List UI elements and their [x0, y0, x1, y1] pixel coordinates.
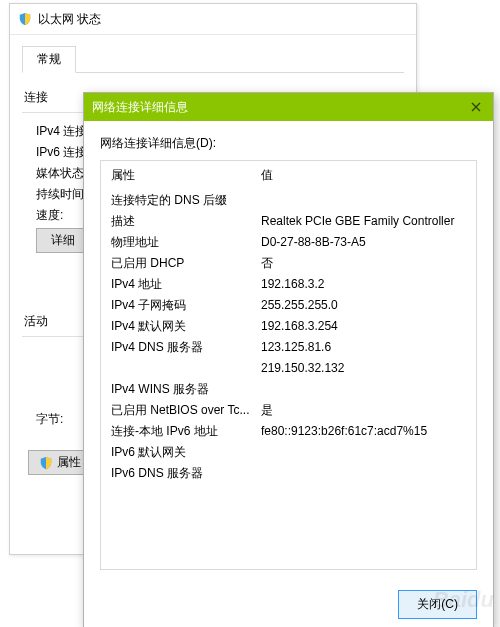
details-prompt: 网络连接详细信息(D): — [100, 135, 477, 152]
detail-row[interactable]: 描述Realtek PCIe GBE Family Controller — [111, 211, 466, 232]
details-button[interactable]: 详细 — [36, 228, 90, 253]
detail-row[interactable]: 已启用 DHCP否 — [111, 253, 466, 274]
details-rows: 连接特定的 DNS 后缀描述Realtek PCIe GBE Family Co… — [101, 188, 476, 494]
network-details-window: 网络连接详细信息 网络连接详细信息(D): 属性 值 连接特定的 DNS 后缀描… — [83, 92, 494, 627]
detail-attr: 已启用 NetBIOS over Tc... — [111, 400, 261, 421]
detail-value — [261, 442, 466, 463]
detail-row[interactable]: IPv4 DNS 服务器123.125.81.6 — [111, 337, 466, 358]
header-attribute[interactable]: 属性 — [111, 167, 261, 184]
detail-attr: 连接-本地 IPv6 地址 — [111, 421, 261, 442]
properties-button-label: 属性 — [57, 454, 81, 471]
detail-attr: 描述 — [111, 211, 261, 232]
detail-row[interactable]: IPv6 默认网关 — [111, 442, 466, 463]
detail-value: 255.255.255.0 — [261, 295, 466, 316]
detail-value: 否 — [261, 253, 466, 274]
details-header: 属性 值 — [101, 161, 476, 188]
detail-attr — [111, 358, 261, 379]
detail-value: fe80::9123:b26f:61c7:acd7%15 — [261, 421, 466, 442]
detail-attr: IPv4 WINS 服务器 — [111, 379, 261, 400]
detail-attr: IPv4 子网掩码 — [111, 295, 261, 316]
ethernet-status-title: 以太网 状态 — [38, 11, 101, 28]
detail-value: 123.125.81.6 — [261, 337, 466, 358]
detail-value — [261, 463, 466, 484]
tab-general[interactable]: 常规 — [22, 46, 76, 73]
detail-row[interactable]: IPv4 WINS 服务器 — [111, 379, 466, 400]
detail-value — [261, 379, 466, 400]
detail-row[interactable]: 219.150.32.132 — [111, 358, 466, 379]
detail-attr: IPv6 DNS 服务器 — [111, 463, 261, 484]
detail-value: 192.168.3.254 — [261, 316, 466, 337]
detail-row[interactable]: 已启用 NetBIOS over Tc...是 — [111, 400, 466, 421]
detail-row[interactable]: IPv4 默认网关192.168.3.254 — [111, 316, 466, 337]
detail-attr: 已启用 DHCP — [111, 253, 261, 274]
details-listview[interactable]: 属性 值 连接特定的 DNS 后缀描述Realtek PCIe GBE Fami… — [100, 160, 477, 570]
detail-value: 219.150.32.132 — [261, 358, 466, 379]
detail-row[interactable]: 连接-本地 IPv6 地址fe80::9123:b26f:61c7:acd7%1… — [111, 421, 466, 442]
detail-attr: IPv4 默认网关 — [111, 316, 261, 337]
detail-attr: 连接特定的 DNS 后缀 — [111, 190, 261, 211]
shield-icon — [39, 456, 53, 470]
detail-attr: IPv4 地址 — [111, 274, 261, 295]
detail-attr: IPv4 DNS 服务器 — [111, 337, 261, 358]
detail-value — [261, 190, 466, 211]
close-icon[interactable] — [467, 98, 485, 116]
detail-value: Realtek PCIe GBE Family Controller — [261, 211, 466, 232]
detail-row[interactable]: IPv4 子网掩码255.255.255.0 — [111, 295, 466, 316]
detail-attr: 物理地址 — [111, 232, 261, 253]
tabstrip: 常规 — [22, 45, 404, 73]
shield-icon — [18, 12, 32, 26]
network-details-titlebar: 网络连接详细信息 — [84, 93, 493, 121]
detail-row[interactable]: IPv6 DNS 服务器 — [111, 463, 466, 484]
detail-row[interactable]: 连接特定的 DNS 后缀 — [111, 190, 466, 211]
detail-row[interactable]: 物理地址D0-27-88-8B-73-A5 — [111, 232, 466, 253]
header-value[interactable]: 值 — [261, 167, 466, 184]
detail-row[interactable]: IPv4 地址192.168.3.2 — [111, 274, 466, 295]
detail-value: 是 — [261, 400, 466, 421]
network-details-body: 网络连接详细信息(D): 属性 值 连接特定的 DNS 后缀描述Realtek … — [84, 121, 493, 580]
network-details-title: 网络连接详细信息 — [92, 99, 188, 116]
detail-value: 192.168.3.2 — [261, 274, 466, 295]
network-details-footer: 关闭(C) — [84, 580, 493, 627]
ethernet-status-titlebar: 以太网 状态 — [10, 4, 416, 35]
detail-value: D0-27-88-8B-73-A5 — [261, 232, 466, 253]
close-button[interactable]: 关闭(C) — [398, 590, 477, 619]
detail-attr: IPv6 默认网关 — [111, 442, 261, 463]
